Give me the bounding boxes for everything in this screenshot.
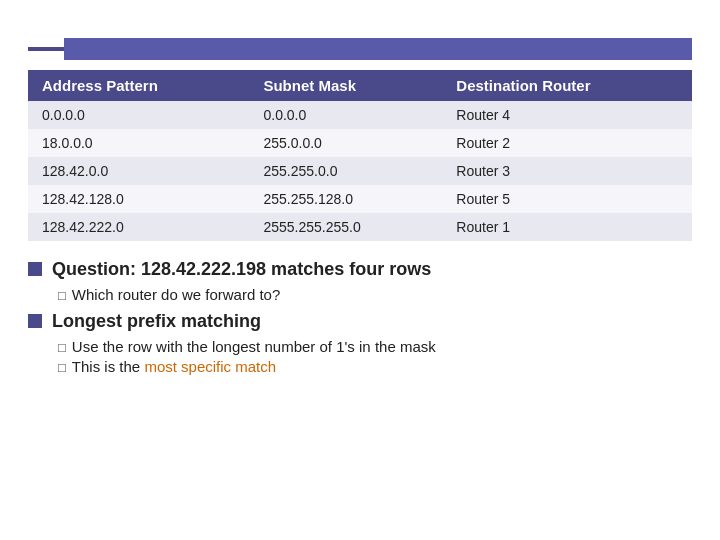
bullet-square-1 [28,262,42,276]
col-header-destination: Destination Router [442,70,692,101]
table-row: 18.0.0.0255.0.0.0Router 2 [28,129,692,157]
slide: Address Pattern Subnet Mask Destination … [0,0,720,540]
table-cell: 2555.255.255.0 [249,213,442,241]
sub-bullet-which: □ Which router do we forward to? [58,286,692,303]
table-header-row: Address Pattern Subnet Mask Destination … [28,70,692,101]
table-cell: 18.0.0.0 [28,129,249,157]
bullet-item-longest: Longest prefix matching [28,311,692,332]
table-row: 0.0.0.00.0.0.0Router 4 [28,101,692,129]
slide-number-bar [28,38,692,60]
table-cell: 128.42.222.0 [28,213,249,241]
table-cell: 255.255.0.0 [249,157,442,185]
table-row: 128.42.0.0255.255.0.0Router 3 [28,157,692,185]
highlight-most-specific: most specific match [144,358,276,375]
table-cell: Router 2 [442,129,692,157]
table-cell: Router 3 [442,157,692,185]
routing-table: Address Pattern Subnet Mask Destination … [28,70,692,241]
table-cell: 0.0.0.0 [249,101,442,129]
bullet-item-question: Question: 128.42.222.198 matches four ro… [28,259,692,280]
table-cell: Router 5 [442,185,692,213]
table-cell: 255.0.0.0 [249,129,442,157]
table-cell: 128.42.0.0 [28,157,249,185]
sub-bullet-icon-3: □ [58,360,66,375]
table-cell: Router 4 [442,101,692,129]
sub-bullet-text-3: This is the most specific match [72,358,276,375]
bullet-square-2 [28,314,42,328]
routing-table-container: Address Pattern Subnet Mask Destination … [28,70,692,241]
sub-bullet-text-2: Use the row with the longest number of 1… [72,338,436,355]
table-cell: Router 1 [442,213,692,241]
sub-bullet-icon-2: □ [58,340,66,355]
sub-bullet-text-1: Which router do we forward to? [72,286,280,303]
col-header-subnet: Subnet Mask [249,70,442,101]
table-body: 0.0.0.00.0.0.0Router 418.0.0.0255.0.0.0R… [28,101,692,241]
table-row: 128.42.128.0255.255.128.0Router 5 [28,185,692,213]
bullet-text-2: Longest prefix matching [52,311,261,332]
table-row: 128.42.222.02555.255.255.0Router 1 [28,213,692,241]
sub-bullet-icon-1: □ [58,288,66,303]
col-header-address: Address Pattern [28,70,249,101]
bullet-section: Question: 128.42.222.198 matches four ro… [28,259,692,375]
sub-bullet-use: □ Use the row with the longest number of… [58,338,692,355]
table-cell: 0.0.0.0 [28,101,249,129]
blue-bar [64,38,692,60]
bullet-text-1: Question: 128.42.222.198 matches four ro… [52,259,431,280]
sub-bullet-this: □ This is the most specific match [58,358,692,375]
table-cell: 255.255.128.0 [249,185,442,213]
slide-number [28,47,64,51]
table-cell: 128.42.128.0 [28,185,249,213]
